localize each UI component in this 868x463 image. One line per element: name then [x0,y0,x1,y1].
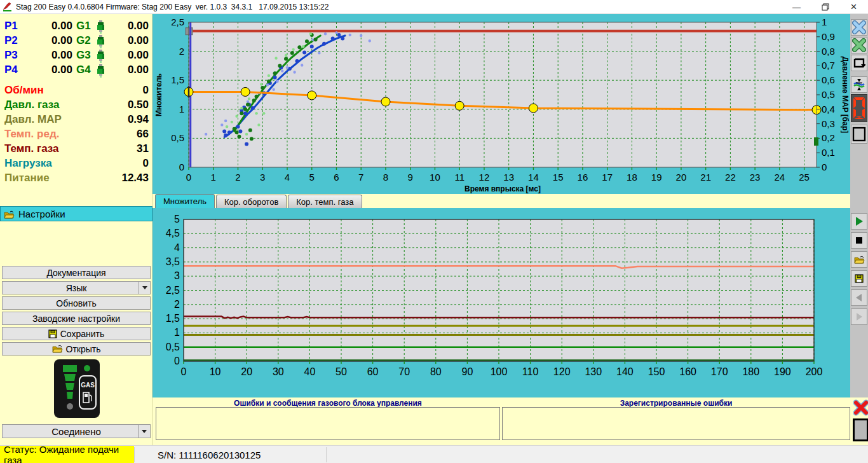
minimize-button[interactable]: — [782,0,811,14]
gas-injection-time-value: 0.00 [95,64,149,76]
map-point-marker[interactable] [241,87,250,96]
ecu-errors-box[interactable] [156,407,500,440]
open-recording-button[interactable] [851,251,867,268]
save-button[interactable]: Сохранить [2,327,151,340]
svg-text:150: 150 [648,366,665,377]
settings-header-button[interactable]: Настройки [0,206,153,221]
svg-text:17: 17 [602,172,613,183]
svg-text:9: 9 [408,172,413,183]
param-label: Давл. газа [4,99,59,111]
save-recording-button[interactable] [851,270,867,287]
autoscale-button[interactable] [851,76,867,93]
svg-text:0,6: 0,6 [822,74,835,85]
refresh-button[interactable]: Обновить [2,296,151,310]
clear-green-button[interactable] [851,37,867,53]
map-point-marker[interactable] [455,101,464,110]
seven-segment-display[interactable] [851,94,867,122]
svg-text:24: 24 [775,172,785,183]
svg-text:13: 13 [503,172,514,183]
registered-errors-box[interactable] [502,407,850,440]
registered-errors-title: Зарегистрированные ошибки [502,399,850,408]
prev-button[interactable] [851,289,867,306]
map-point-marker[interactable] [381,97,390,106]
close-button[interactable]: × [839,0,868,14]
param-row: Темп. газа31 [0,142,153,157]
frame-display[interactable] [851,125,867,144]
tab-multiplier[interactable]: Множитель [155,194,215,208]
open-folder-icon [4,210,15,218]
button-label: Заводские настройки [32,314,120,324]
tab-rpm-correction[interactable]: Кор. оборотов [216,195,287,208]
param-label: Питание [4,172,50,184]
svg-text:18: 18 [627,172,637,183]
multiplier-chart[interactable]: 0123456789101112131415161718192021222324… [153,14,850,194]
svg-text:10: 10 [210,366,221,377]
svg-text:2: 2 [235,172,240,183]
svg-text:1: 1 [174,327,180,338]
petrol-injection-time-value: 0.00 [19,20,72,32]
restore-button[interactable] [811,0,839,14]
petrol-injection-time-value: 0.00 [19,49,72,62]
right-toolbar [850,14,868,397]
svg-text:0: 0 [181,366,187,377]
map-point-marker[interactable] [308,91,316,100]
svg-text:4: 4 [285,172,290,183]
petrol-injection-time-value: 0.00 [19,64,72,76]
chevron-down-icon[interactable] [139,282,150,294]
settings-header-label: Настройки [18,209,65,219]
gas-injection-time-value: 0.00 [95,49,149,62]
loop-button[interactable] [851,55,867,71]
petrol-injector-label: P4 [4,64,18,76]
button-label: Документация [46,268,105,278]
status-text: Статус: Ожидание подачи газа [0,446,134,463]
svg-text:7: 7 [358,172,363,183]
svg-text:1,5: 1,5 [166,313,180,324]
svg-text:4: 4 [174,242,180,253]
tab-gas-temp-correction[interactable]: Кор. темп. газа [288,195,362,208]
param-value: 0 [143,157,149,170]
svg-text:5: 5 [309,172,315,183]
button-label: Сохранить [60,329,105,339]
svg-text:1: 1 [822,17,827,27]
gas-level-indicator: GAS [54,359,100,418]
chevron-down-icon[interactable] [138,425,150,438]
svg-text:30: 30 [273,366,284,377]
svg-text:70: 70 [398,366,410,377]
param-row: Об/мин0 [0,84,153,99]
stag-200-easy-window: Stag 200 Easy 0.4.0.6804 Firmware: Stag … [0,0,868,463]
svg-text:3: 3 [260,172,265,183]
svg-text:0,1: 0,1 [822,147,835,158]
param-label: Нагрузка [4,157,52,170]
clear-blue-button[interactable] [851,19,867,36]
svg-text:0,3: 0,3 [822,118,835,129]
svg-text:3: 3 [174,270,180,281]
clear-errors-button[interactable] [853,398,868,417]
open-button[interactable]: Открыть [2,342,151,356]
play-button[interactable] [851,213,867,230]
param-value: 0.50 [128,99,149,111]
svg-text:180: 180 [742,366,759,377]
factory-settings-button[interactable]: Заводские настройки [2,312,151,325]
svg-text:0,5: 0,5 [822,89,835,100]
svg-text:19: 19 [651,172,662,183]
svg-text:4,5: 4,5 [166,228,180,238]
next-button[interactable] [851,308,867,325]
svg-text:190: 190 [774,366,791,377]
connection-dropdown[interactable]: Соединено [2,424,151,438]
connection-state-label: Соединено [51,426,101,437]
svg-text:1,5: 1,5 [171,74,184,85]
language-button[interactable]: Язык [2,281,151,294]
documentation-button[interactable]: Документация [2,266,151,279]
petrol-injector-label: P2 [4,34,18,47]
svg-text:25: 25 [799,172,810,183]
frame-button[interactable] [853,418,868,441]
svg-text:20: 20 [676,172,687,183]
param-row: Темп. ред.66 [0,128,153,142]
oscilloscope-chart[interactable]: 0102030405060708090100110120130140150160… [153,208,850,397]
stop-button[interactable] [851,232,867,249]
map-point-marker[interactable] [529,104,538,113]
title-bar: Stag 200 Easy 0.4.0.6804 Firmware: Stag … [0,0,868,14]
svg-text:0,8: 0,8 [822,46,835,57]
svg-text:6: 6 [334,172,339,183]
svg-text:110: 110 [522,366,539,377]
